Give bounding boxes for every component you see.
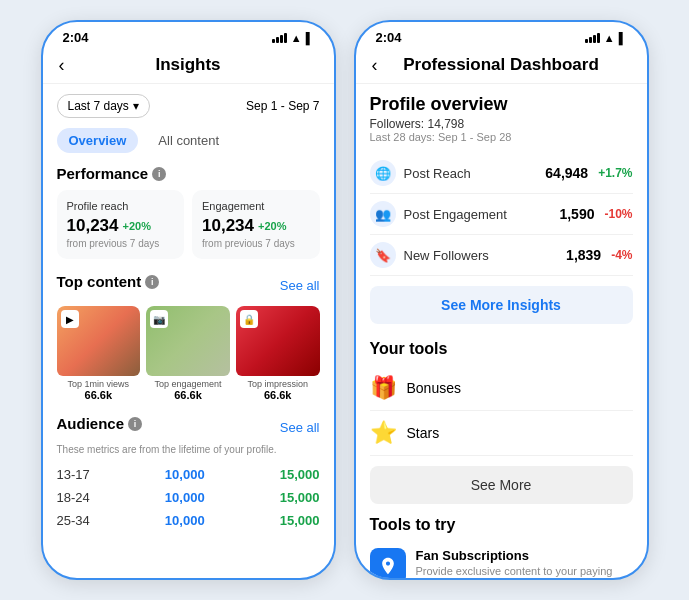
age-range-1: 13-17 (57, 467, 90, 482)
see-more-insights-button[interactable]: See More Insights (370, 286, 633, 324)
stat-row-engagement: 👥 Post Engagement 1,590 -10% (370, 194, 633, 235)
try-tool-desc-subscriptions: Provide exclusive content to your paying… (416, 565, 633, 578)
stat-value-engagement: 1,590 (559, 206, 594, 222)
phone-insights: 2:04 ▲ ▌ ‹ Insights Last 7 days ▾ Sep (41, 20, 336, 580)
aud-val1-2: 10,000 (165, 490, 205, 505)
thumb-value-3: 66.6k (236, 389, 320, 401)
metric-card-reach: Profile reach 10,234 +20% from previous … (57, 190, 185, 259)
tool-icon-bonuses: 🎁 (370, 375, 397, 401)
date-range-display: Sep 1 - Sep 7 (246, 99, 319, 113)
stat-left-followers: 🔖 New Followers (370, 242, 489, 268)
metric-label-reach: Profile reach (67, 200, 175, 212)
audience-row-2: 18-24 10,000 15,000 (57, 486, 320, 509)
phones-container: 2:04 ▲ ▌ ‹ Insights Last 7 days ▾ Sep (21, 0, 669, 600)
stat-name-reach: Post Reach (404, 166, 471, 181)
metric-value-row-reach: 10,234 +20% (67, 216, 175, 236)
aud-val1-1: 10,000 (165, 467, 205, 482)
thumb-value-2: 66.6k (146, 389, 230, 401)
tool-row-bonuses[interactable]: 🎁 Bonuses (370, 366, 633, 411)
signal-icon-2 (585, 33, 600, 43)
stat-change-followers: -4% (611, 248, 632, 262)
back-button-2[interactable]: ‹ (372, 55, 378, 76)
aud-val2-1: 15,000 (280, 467, 320, 482)
status-bar-2: 2:04 ▲ ▌ (356, 22, 647, 49)
tools-to-try-title: Tools to try (370, 516, 633, 534)
thumb-img-1: ▶ (57, 306, 141, 376)
audience-row-3: 25-34 10,000 15,000 (57, 509, 320, 532)
status-time-2: 2:04 (376, 30, 402, 45)
back-button-1[interactable]: ‹ (59, 55, 65, 76)
header-2: ‹ Professional Dashboard (356, 49, 647, 84)
profile-period: Last 28 days: Sep 1 - Sep 28 (370, 131, 633, 143)
thumb-label-2: Top engagement (146, 379, 230, 389)
aud-val2-2: 15,000 (280, 490, 320, 505)
content-thumbnails: ▶ Top 1min views 66.6k 📷 Top engagement … (57, 306, 320, 401)
audience-see-all[interactable]: See all (280, 420, 320, 435)
metric-value-row-engagement: 10,234 +20% (202, 216, 310, 236)
stat-change-reach: +1.7% (598, 166, 632, 180)
aud-val2-3: 15,000 (280, 513, 320, 528)
top-content-title: Top content i (57, 273, 160, 290)
tool-row-stars[interactable]: ⭐ Stars (370, 411, 633, 456)
stat-value-reach: 64,948 (545, 165, 588, 181)
stat-left-reach: 🌐 Post Reach (370, 160, 471, 186)
top-content-info-icon: i (145, 275, 159, 289)
audience-info-icon: i (128, 417, 142, 431)
audience-sub: These metrics are from the lifetime of y… (57, 444, 320, 455)
header-1: ‹ Insights (43, 49, 334, 84)
wifi-icon-1: ▲ (291, 32, 302, 44)
metric-change-engagement: +20% (258, 220, 286, 232)
tabs-row: Overview All content (57, 128, 320, 153)
dropdown-icon: ▾ (133, 99, 139, 113)
thumb-icon-1: ▶ (61, 310, 79, 328)
stat-right-engagement: 1,590 -10% (559, 206, 632, 222)
thumb-img-3: 🔒 (236, 306, 320, 376)
performance-section-title: Performance i (57, 165, 320, 182)
stat-value-followers: 1,839 (566, 247, 601, 263)
phone1-content: Last 7 days ▾ Sep 1 - Sep 7 Overview All… (43, 84, 334, 578)
wifi-icon-2: ▲ (604, 32, 615, 44)
metrics-grid: Profile reach 10,234 +20% from previous … (57, 190, 320, 259)
top-content-header: Top content i See all (57, 273, 320, 298)
stat-icon-followers: 🔖 (370, 242, 396, 268)
stat-change-engagement: -10% (604, 207, 632, 221)
tool-icon-stars: ⭐ (370, 420, 397, 446)
thumb-icon-3: 🔒 (240, 310, 258, 328)
tab-all-content[interactable]: All content (146, 128, 231, 153)
stat-left-engagement: 👥 Post Engagement (370, 201, 507, 227)
metric-label-engagement: Engagement (202, 200, 310, 212)
thumb-2[interactable]: 📷 Top engagement 66.6k (146, 306, 230, 401)
thumb-label-1: Top 1min views (57, 379, 141, 389)
tab-overview[interactable]: Overview (57, 128, 139, 153)
stat-icon-reach: 🌐 (370, 160, 396, 186)
filter-label: Last 7 days (68, 99, 129, 113)
audience-title: Audience i (57, 415, 143, 432)
battery-icon-1: ▌ (306, 32, 314, 44)
audience-header: Audience i See all (57, 415, 320, 440)
metric-sub-engagement: from previous 7 days (202, 238, 310, 249)
profile-overview-title: Profile overview (370, 94, 633, 115)
stat-right-followers: 1,839 -4% (566, 247, 632, 263)
try-tool-row-subscriptions: Fan Subscriptions Provide exclusive cont… (370, 542, 633, 578)
thumb-3[interactable]: 🔒 Top impression 66.6k (236, 306, 320, 401)
age-range-2: 18-24 (57, 490, 90, 505)
phone-dashboard: 2:04 ▲ ▌ ‹ Professional Dashboard Profil… (354, 20, 649, 580)
aud-val1-3: 10,000 (165, 513, 205, 528)
audience-row-1: 13-17 10,000 15,000 (57, 463, 320, 486)
status-icons-1: ▲ ▌ (272, 32, 314, 44)
stat-right-reach: 64,948 +1.7% (545, 165, 632, 181)
date-filter-button[interactable]: Last 7 days ▾ (57, 94, 150, 118)
performance-info-icon: i (152, 167, 166, 181)
status-bar-1: 2:04 ▲ ▌ (43, 22, 334, 49)
see-more-tools-button[interactable]: See More (370, 466, 633, 504)
top-content-see-all[interactable]: See all (280, 278, 320, 293)
signal-icon-1 (272, 33, 287, 43)
tool-name-stars: Stars (407, 425, 440, 441)
thumb-1[interactable]: ▶ Top 1min views 66.6k (57, 306, 141, 401)
stat-row-followers: 🔖 New Followers 1,839 -4% (370, 235, 633, 276)
thumb-value-1: 66.6k (57, 389, 141, 401)
phone2-content: Profile overview Followers: 14,798 Last … (356, 84, 647, 578)
thumb-img-2: 📷 (146, 306, 230, 376)
profile-followers: Followers: 14,798 (370, 117, 633, 131)
metric-card-engagement: Engagement 10,234 +20% from previous 7 d… (192, 190, 320, 259)
